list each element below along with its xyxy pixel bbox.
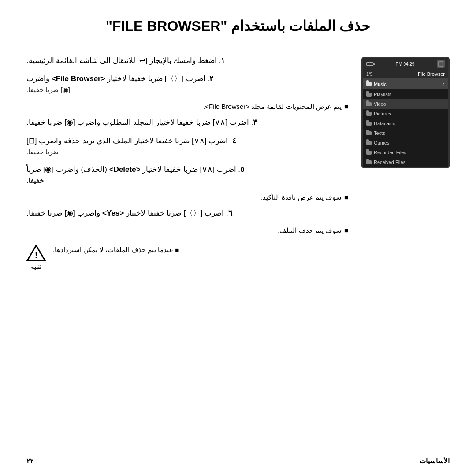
bullet-1: ■ يتم عرض المحتويات لقائمة مجلد <File Br…: [26, 101, 348, 112]
folder-icon-pictures: [366, 112, 372, 116]
step-2: ٢. اضرب [〈〉] ضربا خفيفا لاختيار <File Br…: [26, 73, 348, 95]
page-title: حذف الملفات باستخدام "FILE BROWSER": [26, 18, 450, 41]
title-text: حذف الملفات باستخدام "FILE BROWSER": [106, 18, 370, 34]
warning-section: ■ عندما يتم حذف الملفات، لا يمكن استرداد…: [26, 245, 348, 270]
menu-item-games: Games: [363, 138, 448, 148]
menu-label-playlists: Playlists: [374, 92, 391, 97]
content-area: 04:29 PM File Browser 1/9 Music ♪: [26, 55, 450, 270]
music-note-icon: ♪: [442, 81, 445, 87]
step-1: ١. اضغط وامسك بالإيجاز [↩] للانتقال الى …: [26, 55, 348, 67]
folder-icon-video: [366, 102, 372, 106]
device-menu: Music ♪ Playlists Video Pictures: [363, 78, 448, 167]
instructions: ١. اضغط وامسك بالإيجاز [↩] للانتقال الى …: [26, 55, 348, 270]
folder-icon-games: [366, 141, 372, 145]
menu-label-video: Video: [374, 101, 386, 107]
device-battery: [366, 62, 373, 66]
folder-icon-texts: [366, 131, 372, 135]
page-footer: الأساسيات _ ٢٢: [26, 457, 450, 465]
folder-icon-music: [366, 82, 372, 86]
step-2-text: ٢. اضرب [〈〉] ضربا خفيفا لاختيار <File Br…: [26, 73, 213, 85]
folder-icon-datacasts: [366, 122, 372, 126]
folder-icon-received: [366, 160, 372, 164]
menu-label-datacasts: Datacasts: [374, 121, 395, 126]
bullet-3: ■ سوف يتم حذف الملف.: [26, 225, 348, 236]
bullet-dot-1: ■: [344, 101, 348, 112]
bullet-2-text: سوف يتم عرض نافذة التأكيد.: [261, 192, 342, 203]
menu-item-video: Video: [363, 99, 448, 109]
folder-icon-playlists: [366, 93, 372, 97]
menu-item-playlists: Playlists: [363, 89, 448, 99]
step-4-text: ٤. اضرب [∧∨] ضربا خفيفا لاختيار الملف ال…: [26, 135, 236, 147]
step-5-text: ٥. اضرب [∧∨] ضربا خفيفا لاختيار <Delete>…: [26, 164, 244, 175]
step-5-sub: خفيفا.: [26, 175, 52, 186]
battery-icon: [366, 62, 373, 66]
warning-message: عندما يتم حذف الملفات، لا يمكن استردادها…: [53, 246, 173, 253]
step-3-text: ٣. اضرب [∧∨] ضربا خفيفا لاختيار المجلد ا…: [26, 116, 257, 128]
menu-item-texts: Texts: [363, 128, 448, 138]
device-page-num: 1/9: [366, 72, 372, 77]
svg-text:!: !: [35, 251, 37, 260]
warning-content: ■ عندما يتم حذف الملفات، لا يمكن استرداد…: [53, 245, 179, 255]
device-home-icon: [437, 60, 445, 68]
bullet-dot-2: ■: [344, 192, 348, 203]
menu-item-pictures: Pictures: [363, 109, 448, 119]
svg-rect-1: [439, 62, 443, 66]
bullet-dot-warning: ■: [175, 246, 179, 253]
menu-item-received: Received Files: [363, 157, 448, 167]
device-header: 04:29 PM: [363, 58, 448, 70]
step-4-sub: ضربا خفيفا.: [26, 147, 67, 157]
footer-page-num: ٢٢: [26, 457, 33, 465]
menu-label-recorded: Recorded Files: [374, 150, 406, 155]
warning-text: ■ عندما يتم حذف الملفات، لا يمكن استرداد…: [53, 245, 179, 255]
bullet-2: ■ سوف يتم عرض نافذة التأكيد.: [26, 192, 348, 203]
bullet-1-text: يتم عرض المحتويات لقائمة مجلد <File Brow…: [203, 101, 342, 112]
step-1-text: ١. اضغط وامسك بالإيجاز [↩] للانتقال الى …: [26, 55, 225, 67]
device-time: 04:29 PM: [373, 62, 437, 67]
bullet-dot-3: ■: [344, 225, 348, 236]
menu-label-pictures: Pictures: [374, 111, 391, 116]
menu-item-recorded: Recorded Files: [363, 148, 448, 157]
step-4: ٤. اضرب [∧∨] ضربا خفيفا لاختيار الملف ال…: [26, 135, 348, 157]
warning-icon-container: ! تنبيه: [26, 245, 46, 270]
step-3: ٣. اضرب [∧∨] ضربا خفيفا لاختيار المجلد ا…: [26, 116, 348, 128]
warning-label: تنبيه: [31, 263, 41, 270]
menu-label-texts: Texts: [374, 130, 385, 136]
menu-label-music: Music: [374, 82, 387, 87]
step-6-text: ٦. اضرب [〈〉] ضربا خفيفا لاختيار <Yes> وا…: [26, 207, 232, 219]
step-2-sub: [◉] ضربا خفيفا.: [26, 85, 79, 95]
footer-section: الأساسيات _: [414, 457, 450, 465]
bullet-3-text: سوف يتم حذف الملف.: [278, 225, 342, 236]
step-6: ٦. اضرب [〈〉] ضربا خفيفا لاختيار <Yes> وا…: [26, 207, 348, 219]
menu-label-games: Games: [374, 140, 389, 145]
warning-triangle-icon: !: [26, 245, 46, 261]
menu-label-received: Received Files: [374, 160, 405, 165]
menu-item-datacasts: Datacasts: [363, 119, 448, 128]
device-title-bar: File Browser 1/9: [363, 70, 448, 78]
device-screenshot: 04:29 PM File Browser 1/9 Music ♪: [361, 55, 450, 168]
device-browser-title: File Browser: [418, 71, 445, 77]
menu-item-music: Music ♪: [363, 78, 448, 89]
folder-icon-recorded: [366, 151, 372, 155]
step-5: ٥. اضرب [∧∨] ضربا خفيفا لاختيار <Delete>…: [26, 164, 348, 186]
page: حذف الملفات باستخدام "FILE BROWSER" 04:2…: [0, 0, 476, 476]
